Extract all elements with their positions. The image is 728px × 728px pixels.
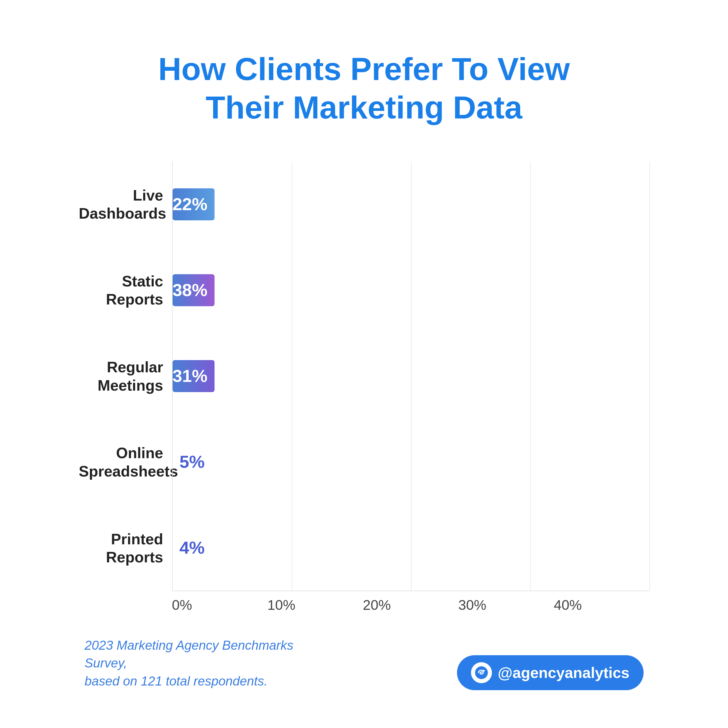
bars-container: 22% 38% 31%: [172, 162, 649, 591]
footer: 2023 Marketing Agency Benchmarks Survey,…: [79, 636, 649, 690]
bar-label-spreadsheets: 5%: [180, 452, 205, 472]
svg-point-0: [475, 666, 488, 679]
bar-label-live: 22%: [173, 194, 208, 214]
grid-line-10: [292, 162, 292, 590]
brand-text: @agencyanalytics: [498, 664, 630, 681]
bar-live: 22%: [173, 188, 214, 220]
x-tick-30: 30%: [459, 597, 554, 613]
bar-static: 38%: [173, 274, 214, 306]
bar-label-meetings: 31%: [173, 366, 208, 386]
x-tick-40: 40%: [554, 597, 649, 613]
y-label-live: Live Dashboards: [79, 186, 163, 223]
x-tick-0: 0%: [172, 597, 268, 613]
bar-label-printed: 4%: [180, 538, 205, 558]
x-tick-20: 20%: [363, 597, 459, 613]
bar-label-static: 38%: [173, 280, 208, 300]
y-label-printed: Printed Reports: [79, 530, 163, 566]
footer-note: 2023 Marketing Agency Benchmarks Survey,…: [85, 636, 318, 690]
grid-line-20: [411, 162, 411, 590]
grid-line-30: [530, 162, 531, 590]
chart-title: How Clients Prefer To View Their Marketi…: [158, 50, 570, 127]
chart-area: Live Dashboards Static Reports Regular M…: [79, 162, 649, 613]
x-axis: 0% 10% 20% 30% 40%: [172, 597, 649, 613]
brand-icon: [471, 662, 492, 683]
y-label-static: Static Reports: [79, 272, 163, 309]
x-tick-10: 10%: [268, 597, 363, 613]
y-labels: Live Dashboards Static Reports Regular M…: [79, 162, 172, 591]
brand-badge: @agencyanalytics: [457, 655, 644, 690]
y-label-meetings: Regular Meetings: [79, 358, 163, 395]
chart-body: Live Dashboards Static Reports Regular M…: [79, 162, 649, 591]
infographic-card: How Clients Prefer To View Their Marketi…: [44, 15, 684, 713]
svg-point-1: [483, 670, 485, 671]
y-label-spreadsheets: OnlineSpreadsheets: [79, 444, 163, 480]
bar-meetings: 31%: [173, 360, 214, 392]
grid-line-40: [649, 162, 650, 590]
